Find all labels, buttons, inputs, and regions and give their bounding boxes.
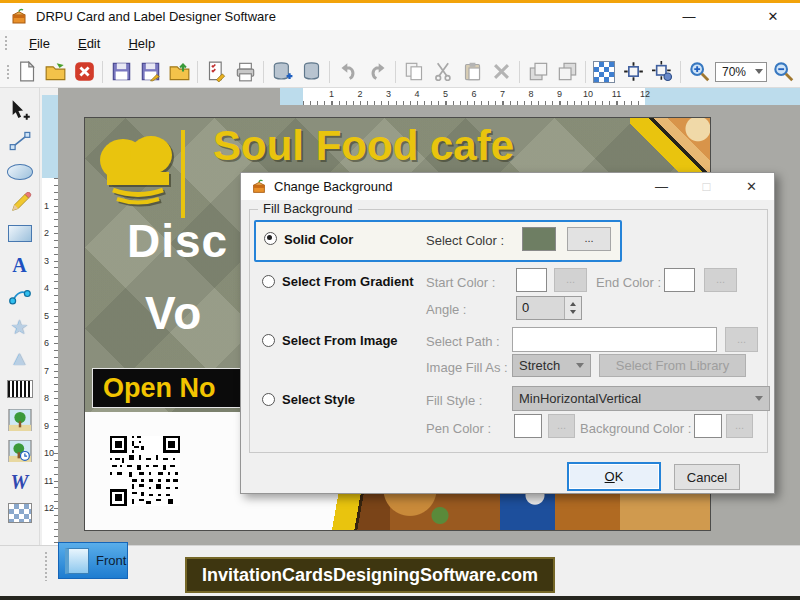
image-radio[interactable] — [262, 334, 275, 347]
menu-item[interactable]: Help — [115, 33, 168, 54]
compose-icon[interactable] — [203, 59, 229, 85]
start-color-browse-button[interactable]: ... — [554, 268, 587, 292]
tool-palette: A ★ ▲ W — [0, 88, 40, 545]
spinner-arrows[interactable] — [564, 297, 581, 319]
ruler-mark: 10 — [42, 426, 58, 454]
window-title: DRPU Card and Label Designer Software — [36, 9, 276, 24]
end-color-swatch[interactable] — [664, 268, 695, 292]
rectangle-tool-icon[interactable] — [5, 220, 35, 247]
save-icon[interactable] — [108, 59, 134, 85]
zoom-out-icon[interactable] — [770, 59, 796, 85]
zoom-level-select[interactable]: 70% — [715, 62, 767, 82]
star-tool-icon[interactable]: ★ — [5, 313, 35, 340]
toolbar: 70% — [0, 56, 800, 88]
chevron-down-icon — [755, 396, 763, 401]
wordart-tool-icon[interactable]: W — [5, 468, 35, 495]
end-color-label: End Color : — [596, 275, 661, 290]
pencil-tool-icon[interactable] — [5, 189, 35, 216]
ruler-mark: 12 — [617, 88, 646, 105]
copy-icon[interactable] — [401, 59, 427, 85]
menu-item[interactable]: File — [16, 33, 63, 54]
ruler-mark: 11 — [42, 453, 58, 481]
barcode-tool-icon[interactable] — [5, 375, 35, 402]
banner-text: InvitationCardsDesigningSoftware.com — [202, 565, 538, 586]
menu-item[interactable]: Edit — [65, 33, 113, 54]
text-tool-icon[interactable]: A — [5, 251, 35, 278]
image-fill-as-label: Image Fill As : — [426, 360, 508, 375]
zoom-level-value: 70% — [722, 65, 746, 79]
solid-color-radio[interactable] — [264, 232, 277, 245]
ruler-mark: 11 — [588, 88, 617, 105]
bring-to-front-icon[interactable] — [525, 59, 551, 85]
solid-color-swatch[interactable] — [522, 227, 556, 251]
center-page-icon[interactable] — [649, 59, 675, 85]
spin-down-icon[interactable] — [570, 310, 576, 314]
print-icon[interactable] — [232, 59, 258, 85]
ruler-mark: 2 — [332, 88, 361, 105]
select-tool-icon[interactable] — [5, 96, 35, 123]
website-banner: InvitationCardsDesigningSoftware.com — [185, 557, 555, 593]
spin-up-icon[interactable] — [570, 302, 576, 306]
background-color-browse-button[interactable]: ... — [726, 414, 753, 438]
ruler-margin — [645, 88, 800, 105]
background-color-swatch[interactable] — [694, 414, 722, 438]
ruler-mark: 12 — [42, 481, 58, 509]
line-tool-icon[interactable] — [5, 127, 35, 154]
select-path-browse-button[interactable]: ... — [725, 327, 758, 352]
cancel-button[interactable]: Cancel — [674, 464, 740, 490]
fill-style-dropdown[interactable]: MinHorizontalVertical — [512, 386, 770, 411]
new-document-icon[interactable] — [13, 59, 39, 85]
image-time-tool-icon[interactable] — [5, 437, 35, 464]
ruler-mark: 1 — [303, 88, 332, 105]
center-object-icon[interactable] — [620, 59, 646, 85]
change-background-dialog: Change Background — □ ✕ Fill Background … — [240, 172, 775, 494]
front-page-tab[interactable]: Front — [58, 542, 128, 579]
database-add-icon[interactable] — [269, 59, 295, 85]
pen-color-browse-button[interactable]: ... — [548, 414, 575, 438]
ok-button[interactable]: OK — [567, 462, 661, 491]
save-as-icon[interactable] — [137, 59, 163, 85]
grid-icon[interactable] — [591, 59, 617, 85]
card-headline-line2: Vo — [145, 286, 202, 340]
fill-style-value: MinHorizontalVertical — [519, 391, 641, 406]
image-fill-as-dropdown[interactable]: Stretch — [512, 354, 591, 377]
triangle-tool-icon[interactable]: ▲ — [5, 344, 35, 371]
ellipse-tool-icon[interactable] — [5, 158, 35, 185]
app-logo-icon — [10, 8, 28, 26]
angle-spinner[interactable]: 0 — [516, 296, 582, 320]
start-color-swatch[interactable] — [516, 268, 547, 292]
ruler-mark: 9 — [531, 88, 560, 105]
ruler-mark: 4 — [389, 88, 418, 105]
export-file-icon[interactable] — [166, 59, 192, 85]
paste-icon[interactable] — [459, 59, 485, 85]
select-path-input[interactable] — [512, 327, 717, 352]
dialog-minimize-button[interactable]: — — [639, 173, 684, 200]
style-radio[interactable] — [262, 393, 275, 406]
select-path-label: Select Path : — [426, 334, 500, 349]
pattern-tool-icon[interactable] — [5, 499, 35, 526]
end-color-browse-button[interactable]: ... — [704, 268, 737, 292]
pen-color-swatch[interactable] — [514, 414, 542, 438]
open-file-icon[interactable] — [42, 59, 68, 85]
redo-icon[interactable] — [364, 59, 390, 85]
cut-icon[interactable] — [430, 59, 456, 85]
zoom-in-icon[interactable] — [686, 59, 712, 85]
dialog-close-button[interactable]: ✕ — [729, 173, 774, 200]
close-file-icon[interactable] — [71, 59, 97, 85]
solid-color-browse-button[interactable]: ... — [567, 227, 611, 251]
toolbar-separator — [585, 61, 586, 83]
curve-tool-icon[interactable] — [5, 282, 35, 309]
gradient-radio[interactable] — [262, 275, 275, 288]
undo-icon[interactable] — [335, 59, 361, 85]
image-tool-icon[interactable] — [5, 406, 35, 433]
minimize-button[interactable]: — — [668, 3, 710, 30]
close-button[interactable]: ✕ — [752, 3, 794, 30]
database-icon[interactable] — [298, 59, 324, 85]
gradient-label: Select From Gradient — [282, 274, 413, 289]
delete-icon[interactable] — [488, 59, 514, 85]
select-from-library-button[interactable]: Select From Library — [599, 354, 746, 377]
ruler-mark: 7 — [42, 343, 58, 371]
chevron-down-icon — [755, 69, 763, 74]
send-to-back-icon[interactable] — [554, 59, 580, 85]
toolbar-separator — [395, 61, 396, 83]
